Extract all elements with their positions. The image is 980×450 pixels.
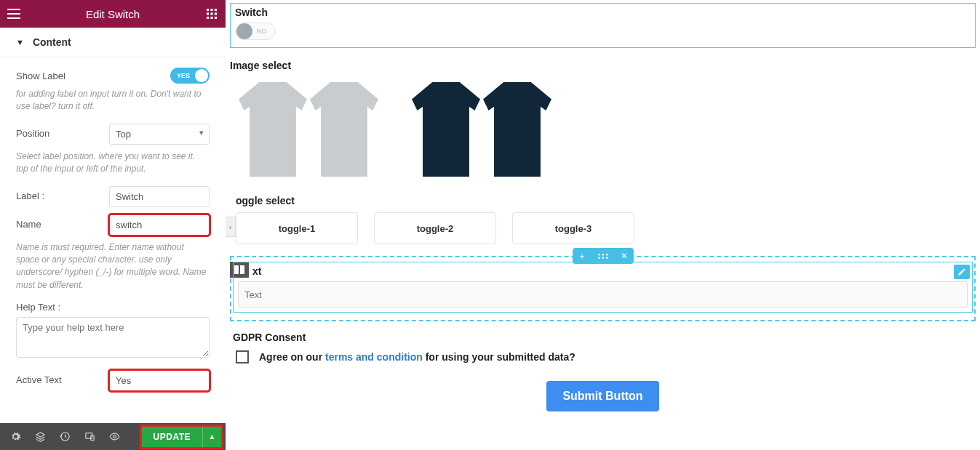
name-input[interactable] xyxy=(109,214,210,236)
svg-rect-4 xyxy=(210,12,212,15)
show-label-label: Show Label xyxy=(16,71,65,81)
switch-widget[interactable]: Switch NO xyxy=(230,3,976,48)
text-widget[interactable]: xt xyxy=(233,262,973,313)
svg-point-16 xyxy=(602,257,604,259)
position-help: Select label position. where you want to… xyxy=(16,150,210,176)
gdpr-checkbox[interactable] xyxy=(236,350,249,363)
hamburger-icon[interactable] xyxy=(7,9,20,19)
update-button[interactable]: UPDATE xyxy=(142,427,202,447)
panel-collapse-handle[interactable]: ‹ xyxy=(226,217,236,237)
text-section[interactable]: ＋ ✕ xt xyxy=(230,256,976,321)
edit-widget-icon[interactable] xyxy=(954,265,970,279)
active-text-label: Active Text xyxy=(16,370,109,385)
svg-rect-8 xyxy=(215,17,217,19)
toggle-option[interactable]: toggle-2 xyxy=(374,212,496,244)
sidebar: Edit Switch ▼ Content Show Label YES for… xyxy=(0,0,226,450)
svg-rect-0 xyxy=(207,9,209,11)
image-option-1[interactable] xyxy=(230,76,387,183)
sidebar-footer: UPDATE ▲ xyxy=(0,423,226,450)
layers-icon[interactable] xyxy=(29,427,51,447)
caret-down-icon: ▼ xyxy=(16,38,24,47)
name-field-label: Name xyxy=(16,214,109,230)
svg-point-17 xyxy=(606,257,608,259)
svg-rect-3 xyxy=(207,12,209,15)
image-select-widget: Image select xyxy=(230,60,976,183)
toggle-select-widget: oggle select toggle-1 toggle-2 toggle-3 xyxy=(230,195,976,244)
apps-icon[interactable] xyxy=(205,9,218,19)
toggle-select-label: oggle select xyxy=(236,195,976,206)
preview-icon[interactable] xyxy=(103,427,125,447)
help-text-input[interactable] xyxy=(16,317,210,358)
svg-rect-6 xyxy=(207,17,209,19)
label-field-label: Label : xyxy=(16,186,109,201)
switch-state-text: NO xyxy=(257,28,267,35)
shirt-icon xyxy=(412,82,480,177)
text-input[interactable] xyxy=(238,281,968,308)
switch-label: Switch xyxy=(235,7,971,18)
active-text-input[interactable] xyxy=(109,370,210,391)
switch-knob xyxy=(236,23,252,39)
svg-rect-7 xyxy=(210,17,212,19)
terms-link[interactable]: terms and condition xyxy=(325,351,423,363)
gdpr-widget: GDPR Consent Agree on our terms and cond… xyxy=(230,332,976,363)
panel-title: Edit Switch xyxy=(20,8,205,20)
show-label-toggle-text: YES xyxy=(177,72,190,79)
gdpr-text-before: Agree on our xyxy=(259,351,325,363)
toggle-knob xyxy=(195,69,208,82)
sidebar-content: Show Label YES for adding label on input… xyxy=(0,57,226,423)
svg-point-13 xyxy=(602,254,604,256)
shirt-icon xyxy=(310,82,378,177)
shirt-icon xyxy=(239,82,307,177)
position-select[interactable]: Top xyxy=(109,124,210,145)
toggle-option[interactable]: toggle-1 xyxy=(236,212,358,244)
shirt-icon xyxy=(483,82,551,177)
submit-button[interactable]: Submit Button xyxy=(546,381,658,411)
canvas: Switch NO Image select ‹ oggle select to… xyxy=(226,0,980,450)
responsive-icon[interactable] xyxy=(79,427,100,447)
label-input[interactable] xyxy=(109,186,210,207)
update-dropdown[interactable]: ▲ xyxy=(202,427,221,447)
gdpr-text-after: for using your submitted data? xyxy=(423,351,575,363)
history-icon[interactable] xyxy=(54,427,76,447)
sidebar-header: Edit Switch xyxy=(0,0,226,28)
text-widget-label: xt xyxy=(252,265,968,277)
image-select-label: Image select xyxy=(230,60,976,71)
accordion-content[interactable]: ▼ Content xyxy=(0,28,226,57)
svg-point-14 xyxy=(606,254,608,256)
svg-point-12 xyxy=(598,254,600,256)
svg-point-11 xyxy=(113,435,116,438)
switch-toggle[interactable]: NO xyxy=(235,23,276,40)
help-text-label: Help Text : xyxy=(16,302,60,313)
svg-rect-2 xyxy=(215,9,217,11)
toggle-option[interactable]: toggle-3 xyxy=(512,212,634,244)
gdpr-consent-text: Agree on our terms and condition for usi… xyxy=(259,351,575,363)
name-help: Name is must required. Enter name withou… xyxy=(16,241,210,292)
show-label-help: for adding label on input turn it on. Do… xyxy=(16,88,210,113)
position-label: Position xyxy=(16,124,109,139)
svg-rect-1 xyxy=(210,9,212,11)
svg-point-15 xyxy=(598,257,600,259)
image-option-2[interactable] xyxy=(403,76,560,183)
accordion-title: Content xyxy=(33,36,71,48)
show-label-toggle[interactable]: YES xyxy=(170,68,210,84)
gdpr-label: GDPR Consent xyxy=(233,332,976,343)
settings-icon[interactable] xyxy=(4,427,26,447)
svg-rect-5 xyxy=(215,12,217,15)
